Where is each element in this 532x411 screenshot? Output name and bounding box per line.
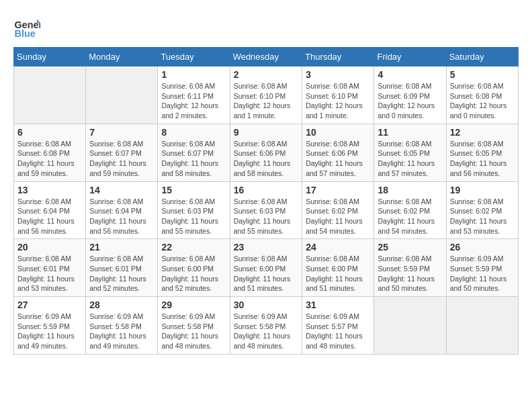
calendar-week-row: 27Sunrise: 6:09 AM Sunset: 5:59 PM Dayli… <box>14 297 519 355</box>
day-number: 31 <box>306 300 370 310</box>
day-info: Sunrise: 6:08 AM Sunset: 6:03 PM Dayligh… <box>161 197 226 236</box>
day-number: 1 <box>161 69 226 80</box>
day-info: Sunrise: 6:08 AM Sunset: 6:08 PM Dayligh… <box>450 81 515 121</box>
day-number: 17 <box>306 185 370 195</box>
day-info: Sunrise: 6:08 AM Sunset: 6:05 PM Dayligh… <box>450 139 515 179</box>
day-info: Sunrise: 6:09 AM Sunset: 5:59 PM Dayligh… <box>17 312 82 351</box>
calendar-day-cell <box>446 297 518 355</box>
logo-icon: General Blue <box>13 13 40 40</box>
calendar-week-row: 13Sunrise: 6:08 AM Sunset: 6:04 PM Dayli… <box>14 181 519 239</box>
calendar-day-cell: 3Sunrise: 6:08 AM Sunset: 6:10 PM Daylig… <box>302 66 374 124</box>
day-info: Sunrise: 6:08 AM Sunset: 6:07 PM Dayligh… <box>161 139 226 179</box>
day-info: Sunrise: 6:08 AM Sunset: 6:01 PM Dayligh… <box>89 254 154 293</box>
day-info: Sunrise: 6:08 AM Sunset: 6:02 PM Dayligh… <box>450 197 515 236</box>
weekday-header-cell: Friday <box>374 48 446 66</box>
weekday-header-row: SundayMondayTuesdayWednesdayThursdayFrid… <box>14 48 519 66</box>
weekday-header-cell: Wednesday <box>230 48 302 66</box>
calendar-day-cell: 16Sunrise: 6:08 AM Sunset: 6:03 PM Dayli… <box>230 181 302 239</box>
page-header: General Blue <box>13 13 519 40</box>
calendar-day-cell: 15Sunrise: 6:08 AM Sunset: 6:03 PM Dayli… <box>158 181 230 239</box>
day-number: 15 <box>161 185 226 195</box>
calendar-day-cell: 25Sunrise: 6:08 AM Sunset: 5:59 PM Dayli… <box>374 239 446 297</box>
day-info: Sunrise: 6:08 AM Sunset: 6:02 PM Dayligh… <box>306 197 370 236</box>
day-number: 25 <box>378 242 442 253</box>
calendar-day-cell: 7Sunrise: 6:08 AM Sunset: 6:07 PM Daylig… <box>86 124 158 181</box>
day-info: Sunrise: 6:08 AM Sunset: 6:10 PM Dayligh… <box>234 81 299 121</box>
calendar-day-cell: 12Sunrise: 6:08 AM Sunset: 6:05 PM Dayli… <box>446 124 518 181</box>
day-number: 4 <box>378 69 442 80</box>
calendar-day-cell: 19Sunrise: 6:08 AM Sunset: 6:02 PM Dayli… <box>446 181 518 239</box>
day-info: Sunrise: 6:08 AM Sunset: 6:06 PM Dayligh… <box>306 139 370 179</box>
weekday-header-cell: Sunday <box>14 48 86 66</box>
day-info: Sunrise: 6:08 AM Sunset: 6:10 PM Dayligh… <box>306 81 370 121</box>
calendar-day-cell: 11Sunrise: 6:08 AM Sunset: 6:05 PM Dayli… <box>374 124 446 181</box>
calendar-day-cell <box>14 66 86 124</box>
day-info: Sunrise: 6:09 AM Sunset: 5:57 PM Dayligh… <box>306 312 370 351</box>
day-info: Sunrise: 6:08 AM Sunset: 6:05 PM Dayligh… <box>378 139 442 179</box>
day-number: 23 <box>234 242 299 253</box>
calendar-day-cell: 14Sunrise: 6:08 AM Sunset: 6:04 PM Dayli… <box>86 181 158 239</box>
calendar-day-cell: 26Sunrise: 6:09 AM Sunset: 5:59 PM Dayli… <box>446 239 518 297</box>
day-number: 12 <box>450 127 515 138</box>
calendar-day-cell: 28Sunrise: 6:09 AM Sunset: 5:58 PM Dayli… <box>86 297 158 355</box>
calendar-day-cell: 30Sunrise: 6:09 AM Sunset: 5:58 PM Dayli… <box>230 297 302 355</box>
day-info: Sunrise: 6:08 AM Sunset: 6:06 PM Dayligh… <box>234 139 299 179</box>
calendar-day-cell <box>374 297 446 355</box>
day-info: Sunrise: 6:08 AM Sunset: 5:59 PM Dayligh… <box>378 254 442 293</box>
calendar-day-cell: 4Sunrise: 6:08 AM Sunset: 6:09 PM Daylig… <box>374 66 446 124</box>
calendar-day-cell: 9Sunrise: 6:08 AM Sunset: 6:06 PM Daylig… <box>230 124 302 181</box>
calendar-day-cell: 29Sunrise: 6:09 AM Sunset: 5:58 PM Dayli… <box>158 297 230 355</box>
calendar-day-cell <box>86 66 158 124</box>
day-number: 22 <box>161 242 226 253</box>
calendar-day-cell: 17Sunrise: 6:08 AM Sunset: 6:02 PM Dayli… <box>302 181 374 239</box>
calendar-day-cell: 20Sunrise: 6:08 AM Sunset: 6:01 PM Dayli… <box>14 239 86 297</box>
day-info: Sunrise: 6:08 AM Sunset: 6:02 PM Dayligh… <box>378 197 442 236</box>
day-number: 13 <box>17 185 82 195</box>
calendar-day-cell: 27Sunrise: 6:09 AM Sunset: 5:59 PM Dayli… <box>14 297 86 355</box>
calendar-day-cell: 13Sunrise: 6:08 AM Sunset: 6:04 PM Dayli… <box>14 181 86 239</box>
day-number: 19 <box>450 185 515 195</box>
day-info: Sunrise: 6:09 AM Sunset: 5:58 PM Dayligh… <box>234 312 299 351</box>
day-info: Sunrise: 6:09 AM Sunset: 5:58 PM Dayligh… <box>89 312 154 351</box>
day-number: 6 <box>17 127 82 138</box>
day-number: 27 <box>17 300 82 310</box>
day-number: 21 <box>89 242 154 253</box>
day-number: 26 <box>450 242 515 253</box>
calendar-day-cell: 8Sunrise: 6:08 AM Sunset: 6:07 PM Daylig… <box>158 124 230 181</box>
weekday-header-cell: Saturday <box>446 48 518 66</box>
calendar-week-row: 1Sunrise: 6:08 AM Sunset: 6:11 PM Daylig… <box>14 66 519 124</box>
day-number: 28 <box>89 300 154 310</box>
calendar-table: SundayMondayTuesdayWednesdayThursdayFrid… <box>13 47 519 355</box>
day-number: 3 <box>306 69 370 80</box>
calendar-body: 1Sunrise: 6:08 AM Sunset: 6:11 PM Daylig… <box>14 66 519 355</box>
day-info: Sunrise: 6:09 AM Sunset: 5:59 PM Dayligh… <box>450 254 515 293</box>
day-info: Sunrise: 6:08 AM Sunset: 6:00 PM Dayligh… <box>234 254 299 293</box>
day-info: Sunrise: 6:08 AM Sunset: 6:08 PM Dayligh… <box>17 139 82 179</box>
day-number: 8 <box>161 127 226 138</box>
day-info: Sunrise: 6:08 AM Sunset: 6:03 PM Dayligh… <box>234 197 299 236</box>
calendar-day-cell: 1Sunrise: 6:08 AM Sunset: 6:11 PM Daylig… <box>158 66 230 124</box>
calendar-day-cell: 31Sunrise: 6:09 AM Sunset: 5:57 PM Dayli… <box>302 297 374 355</box>
day-number: 10 <box>306 127 370 138</box>
calendar-day-cell: 2Sunrise: 6:08 AM Sunset: 6:10 PM Daylig… <box>230 66 302 124</box>
day-number: 29 <box>161 300 226 310</box>
day-info: Sunrise: 6:08 AM Sunset: 6:09 PM Dayligh… <box>378 81 442 121</box>
calendar-day-cell: 22Sunrise: 6:08 AM Sunset: 6:00 PM Dayli… <box>158 239 230 297</box>
calendar-day-cell: 21Sunrise: 6:08 AM Sunset: 6:01 PM Dayli… <box>86 239 158 297</box>
calendar-day-cell: 5Sunrise: 6:08 AM Sunset: 6:08 PM Daylig… <box>446 66 518 124</box>
day-number: 11 <box>378 127 442 138</box>
day-number: 16 <box>234 185 299 195</box>
day-info: Sunrise: 6:09 AM Sunset: 5:58 PM Dayligh… <box>161 312 226 351</box>
day-number: 7 <box>89 127 154 138</box>
day-info: Sunrise: 6:08 AM Sunset: 6:00 PM Dayligh… <box>306 254 370 293</box>
calendar-week-row: 20Sunrise: 6:08 AM Sunset: 6:01 PM Dayli… <box>14 239 519 297</box>
svg-text:Blue: Blue <box>15 28 36 39</box>
day-info: Sunrise: 6:08 AM Sunset: 6:00 PM Dayligh… <box>161 254 226 293</box>
day-number: 24 <box>306 242 370 253</box>
calendar-day-cell: 10Sunrise: 6:08 AM Sunset: 6:06 PM Dayli… <box>302 124 374 181</box>
day-info: Sunrise: 6:08 AM Sunset: 6:07 PM Dayligh… <box>89 139 154 179</box>
day-info: Sunrise: 6:08 AM Sunset: 6:11 PM Dayligh… <box>161 81 226 121</box>
day-number: 9 <box>234 127 299 138</box>
calendar-day-cell: 23Sunrise: 6:08 AM Sunset: 6:00 PM Dayli… <box>230 239 302 297</box>
day-number: 2 <box>234 69 299 80</box>
